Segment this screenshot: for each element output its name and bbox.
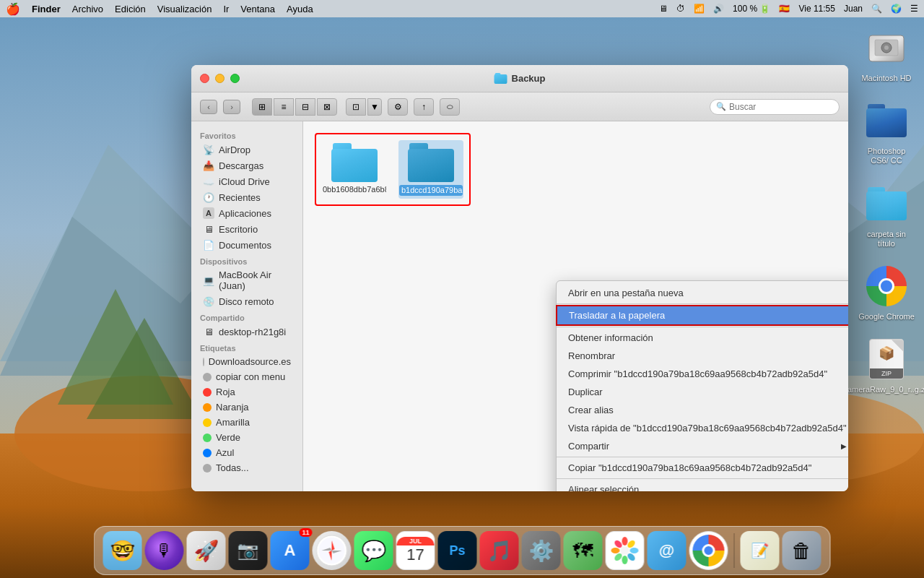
appstore-badge: 11: [299, 528, 312, 537]
descargas-label: Descargas: [219, 160, 263, 171]
tag-verde-label: Verde: [216, 432, 240, 443]
view-cover-btn[interactable]: ⊠: [317, 98, 337, 116]
ctx-share[interactable]: Compartir ▶: [557, 437, 848, 455]
svg-point-24: [622, 537, 628, 545]
desktop-icon-zip[interactable]: 📦 ZIP CameraRaw_9_0_r..g.zip: [858, 336, 915, 394]
sidebar-item-macbook[interactable]: 💻 MacBook Air (Juan): [194, 267, 300, 293]
dock-calendar[interactable]: JUL 17: [396, 531, 435, 570]
dock-launchpad[interactable]: 🚀: [187, 531, 226, 570]
ctx-copy[interactable]: Copiar "b1dccd190a79ba18c69aa9568cb4b72a…: [557, 459, 848, 477]
main-content: Favoritos 📡 AirDrop 📥 Descargas ☁️ iClou…: [191, 121, 848, 491]
menu-time-machine: ⏱: [676, 4, 685, 14]
ctx-quicklook[interactable]: Vista rápida de "b1dccd190a79ba18c69aa95…: [557, 419, 848, 437]
sidebar-item-airdrop[interactable]: 📡 AirDrop: [194, 142, 300, 158]
sidebar-item-tag-downloadsource[interactable]: Downloadsource.es: [194, 354, 300, 369]
back-button[interactable]: ‹: [200, 100, 217, 114]
sidebar-item-tag-verde[interactable]: Verde: [194, 430, 300, 445]
chrome-img: [863, 263, 910, 309]
sidebar-item-tag-copiar[interactable]: copiar con menu: [194, 369, 300, 384]
window-buttons: [200, 74, 240, 83]
search-input[interactable]: [729, 102, 833, 112]
forward-button[interactable]: ›: [223, 100, 240, 114]
search-box[interactable]: 🔍: [710, 99, 840, 115]
sort-btn[interactable]: ⊡: [346, 98, 366, 116]
ctx-open-tab[interactable]: Abrir en una pestaña nueva: [557, 284, 848, 302]
svg-point-27: [630, 548, 639, 553]
share-button[interactable]: ↑: [414, 98, 434, 116]
sidebar-item-tag-azul[interactable]: Azul: [194, 445, 300, 460]
finder-window: Backup ‹ › ⊞ ≡ ⊟ ⊠ ⊡ ▼ ⚙ ↑ ⬭ 🔍: [191, 65, 848, 491]
ctx-info-label: Obtener información: [568, 332, 653, 343]
sidebar-item-disco[interactable]: 💿 Disco remoto: [194, 293, 300, 309]
dock-safari[interactable]: [313, 531, 352, 570]
dock-trash[interactable]: 🗑: [783, 531, 821, 570]
ps-folder-label: Photoshop CS6/ CC: [858, 147, 915, 165]
dock-photoshop[interactable]: Ps: [438, 531, 477, 570]
menu-wifi: 📶: [694, 4, 705, 14]
sidebar-item-tag-naranja[interactable]: Naranja: [194, 400, 300, 415]
sidebar-item-tag-roja[interactable]: Roja: [194, 384, 300, 400]
sidebar-item-tag-todas[interactable]: Todas...: [194, 460, 300, 475]
sidebar-item-recientes[interactable]: 🕐 Recientes: [194, 189, 300, 205]
menu-ir[interactable]: Ir: [223, 4, 229, 14]
dock-maps[interactable]: 🗺: [564, 531, 603, 570]
sidebar-item-documentos[interactable]: 📄 Documentos: [194, 237, 300, 253]
action-button[interactable]: ⚙: [388, 98, 408, 116]
desktop-icon-carpeta[interactable]: carpeta sin título: [858, 181, 915, 249]
ctx-trash[interactable]: Trasladar a la papelera: [556, 305, 848, 326]
close-button[interactable]: [200, 74, 209, 83]
desktop-icon-chrome[interactable]: Google Chrome: [858, 263, 915, 322]
apple-menu[interactable]: 🍎: [6, 2, 20, 16]
sidebar-item-descargas[interactable]: 📥 Descargas: [194, 158, 300, 173]
view-column-btn[interactable]: ⊟: [295, 98, 315, 116]
disco-icon: 💿: [203, 296, 214, 307]
sidebar-item-tag-amarilla[interactable]: Amarilla: [194, 415, 300, 430]
tag-roja-label: Roja: [216, 387, 235, 397]
chrome-label: Google Chrome: [858, 312, 915, 322]
menu-edicion[interactable]: Edición: [115, 4, 146, 14]
minimize-button[interactable]: [215, 74, 225, 83]
ctx-duplicate[interactable]: Duplicar: [557, 383, 848, 401]
menu-visualizacion[interactable]: Visualización: [157, 4, 212, 14]
ctx-align[interactable]: Alinear selección: [557, 480, 848, 491]
dock-music[interactable]: 🎵: [480, 531, 519, 570]
dock-screenshot[interactable]: 📷: [229, 531, 268, 570]
sidebar-item-icloud[interactable]: ☁️ iCloud Drive: [194, 173, 300, 189]
app-name[interactable]: Finder: [32, 4, 61, 14]
dock-mail[interactable]: @: [648, 531, 687, 570]
dock-appstore[interactable]: A 11: [271, 531, 310, 570]
dock-siri[interactable]: 🎙: [145, 531, 184, 570]
dock-html[interactable]: 📝: [741, 531, 780, 570]
svg-point-26: [611, 548, 620, 553]
dock-finder[interactable]: 🤓: [103, 531, 142, 570]
menu-ayuda[interactable]: Ayuda: [287, 4, 313, 14]
menu-search[interactable]: 🔍: [871, 4, 882, 14]
ctx-copy-label: Copiar "b1dccd190a79ba18c69aa9568cb4b72a…: [568, 462, 811, 473]
link-button[interactable]: ⬭: [440, 98, 460, 116]
menu-siri[interactable]: 🌍: [891, 4, 902, 14]
dock-system-prefs[interactable]: ⚙️: [522, 531, 561, 570]
ctx-alias[interactable]: Crear alias: [557, 401, 848, 419]
sort-buttons: ⊡ ▼: [346, 98, 382, 116]
menu-ventana[interactable]: Ventana: [240, 4, 275, 14]
ctx-info[interactable]: Obtener información: [557, 329, 848, 347]
dock-photos[interactable]: [606, 531, 645, 570]
file-item-1[interactable]: 0bb1608dbb7a6b80dcbc...7714082: [322, 140, 387, 199]
menu-archivo[interactable]: Archivo: [72, 4, 103, 14]
ctx-rename[interactable]: Renombrar: [557, 347, 848, 365]
dock-chrome[interactable]: [689, 531, 728, 570]
sidebar-item-aplicaciones[interactable]: A Aplicaciones: [194, 205, 300, 221]
sort-arrow-btn[interactable]: ▼: [367, 98, 382, 116]
view-list-btn[interactable]: ≡: [274, 98, 294, 116]
title-folder-icon: [494, 73, 507, 84]
desktop-icon-macintosh-hd[interactable]: Macintosh HD: [858, 25, 915, 83]
menu-control-center[interactable]: ☰: [910, 4, 918, 14]
ctx-compress[interactable]: Comprimir "b1dccd190a79ba18c69aa9568cb4b…: [557, 365, 848, 383]
desktop-icon-photoshop[interactable]: Photoshop CS6/ CC: [858, 98, 915, 165]
maximize-button[interactable]: [230, 74, 240, 83]
dock-messages[interactable]: 💬: [354, 531, 393, 570]
sidebar-item-desktop[interactable]: 🖥 desktop-rh21g8i: [194, 324, 300, 340]
view-icon-btn[interactable]: ⊞: [252, 98, 272, 116]
sidebar-item-escritorio[interactable]: 🖥 Escritorio: [194, 221, 300, 237]
file-item-2[interactable]: b1dccd190a79ba18c69aa...b92a5d4: [398, 140, 463, 199]
